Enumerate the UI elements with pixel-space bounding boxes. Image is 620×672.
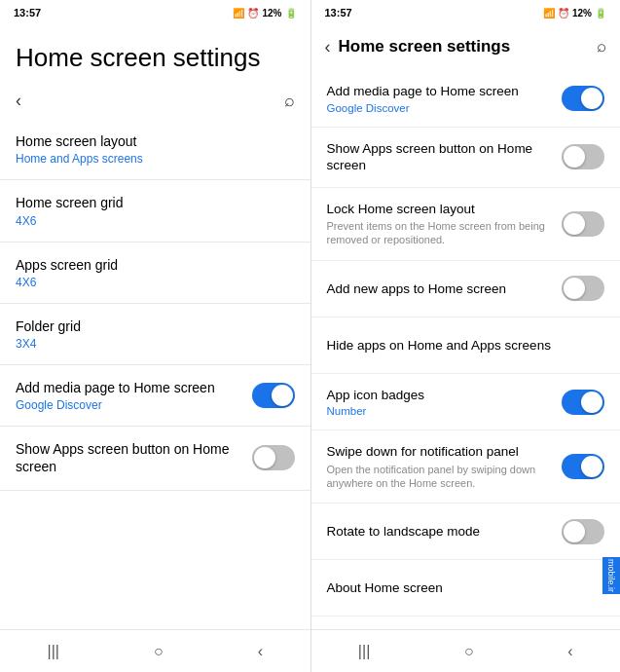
left-item-label-apps-screen-grid: Apps screen grid bbox=[16, 257, 118, 273]
left-item-text-home-screen-layout: Home screen layoutHome and Apps screens bbox=[16, 132, 295, 166]
right-battery: 12% bbox=[572, 8, 592, 19]
right-top-bar: ‹ Home screen settings ⌕ bbox=[311, 23, 621, 70]
right-toggle-r-lock-home[interactable] bbox=[562, 211, 604, 237]
right-item-r-lock-home[interactable]: Lock Home screen layoutPrevent items on … bbox=[311, 188, 621, 261]
left-nav-recent[interactable]: ||| bbox=[28, 635, 79, 668]
right-main-label-r-swipe-down: Swipe down for notification panel bbox=[327, 443, 553, 461]
left-item-label-show-apps-button: Show Apps screen button on Home screen bbox=[16, 441, 229, 474]
right-time: 13:57 bbox=[325, 7, 352, 19]
right-status-icons: 📶 ⏰ 12% 🔋 bbox=[543, 8, 606, 19]
right-item-text-r-rotate-landscape: Rotate to landscape mode bbox=[327, 523, 563, 541]
right-item-text-r-add-new-apps: Add new apps to Home screen bbox=[327, 280, 563, 298]
right-item-r-rotate-landscape[interactable]: Rotate to landscape mode bbox=[311, 504, 621, 560]
left-page-title: Home screen settings bbox=[0, 23, 310, 83]
right-main-label-r-hide-apps: Hide apps on Home and Apps screens bbox=[327, 337, 596, 355]
right-bottom-nav: ||| ○ ‹ bbox=[311, 629, 621, 672]
right-toggle-r-add-media[interactable] bbox=[562, 86, 604, 111]
left-back-icon[interactable]: ‹ bbox=[16, 91, 21, 111]
watermark: mobile.ir bbox=[602, 557, 620, 594]
right-nav-back[interactable]: ‹ bbox=[548, 635, 592, 668]
left-status-icons: 📶 ⏰ 12% 🔋 bbox=[233, 8, 296, 19]
right-panel-title: Home screen settings bbox=[339, 37, 598, 56]
left-item-label-add-media-page: Add media page to Home screen bbox=[16, 380, 215, 395]
left-nav-back[interactable]: ‹ bbox=[238, 635, 282, 668]
right-item-text-r-lock-home: Lock Home screen layoutPrevent items on … bbox=[327, 201, 563, 247]
right-item-r-about-home[interactable]: About Home screen bbox=[311, 560, 621, 616]
right-item-r-add-new-apps[interactable]: Add new apps to Home screen bbox=[311, 261, 621, 317]
left-item-text-apps-screen-grid: Apps screen grid4X6 bbox=[16, 256, 295, 289]
left-item-text-folder-grid: Folder grid3X4 bbox=[16, 317, 295, 351]
right-item-text-r-app-icon-badges: App icon badgesNumber bbox=[327, 387, 563, 418]
right-panel: 13:57 📶 ⏰ 12% 🔋 ‹ Home screen settings ⌕… bbox=[310, 0, 621, 672]
left-item-apps-screen-grid[interactable]: Apps screen grid4X6 bbox=[0, 243, 310, 304]
right-wifi-icon: 📶 bbox=[543, 8, 555, 19]
right-item-text-r-swipe-down: Swipe down for notification panelOpen th… bbox=[327, 443, 563, 490]
left-item-add-media-page[interactable]: Add media page to Home screenGoogle Disc… bbox=[0, 365, 310, 427]
right-settings-list: Add media page to Home screenGoogle Disc… bbox=[311, 70, 621, 629]
left-item-label-home-screen-grid: Home screen grid bbox=[16, 195, 124, 210]
right-sub-label-r-add-media: Google Discover bbox=[327, 102, 553, 114]
right-nav-home[interactable]: ○ bbox=[445, 635, 493, 668]
right-search-icon[interactable]: ⌕ bbox=[597, 37, 606, 56]
right-main-label-r-add-new-apps: Add new apps to Home screen bbox=[327, 280, 553, 298]
left-toggle-add-media-page[interactable] bbox=[252, 383, 295, 408]
right-toggle-r-rotate-landscape[interactable] bbox=[562, 519, 604, 544]
right-toggle-r-show-apps-btn[interactable] bbox=[562, 144, 604, 169]
left-time: 13:57 bbox=[14, 7, 41, 19]
right-item-r-add-media[interactable]: Add media page to Home screenGoogle Disc… bbox=[311, 70, 621, 128]
right-item-r-hide-apps[interactable]: Hide apps on Home and Apps screens bbox=[311, 317, 621, 374]
right-main-label-r-lock-home: Lock Home screen layout bbox=[327, 201, 553, 218]
left-status-bar: 13:57 📶 ⏰ 12% 🔋 bbox=[0, 0, 310, 23]
right-desc-r-lock-home: Prevent items on the Home screen from be… bbox=[327, 219, 553, 247]
left-item-sublabel-home-screen-layout: Home and Apps screens bbox=[16, 152, 295, 166]
left-item-label-home-screen-layout: Home screen layout bbox=[16, 133, 137, 149]
right-main-label-r-app-icon-badges: App icon badges bbox=[327, 387, 553, 404]
left-item-text-home-screen-grid: Home screen grid4X6 bbox=[16, 194, 295, 227]
left-item-show-apps-button[interactable]: Show Apps screen button on Home screen bbox=[0, 427, 310, 490]
left-battery: 12% bbox=[262, 8, 281, 19]
left-item-folder-grid[interactable]: Folder grid3X4 bbox=[0, 304, 310, 365]
right-item-text-r-about-home: About Home screen bbox=[327, 579, 605, 597]
left-nav-top: ‹ ⌕ bbox=[0, 83, 310, 119]
right-item-r-show-apps-btn[interactable]: Show Apps screen button on Home screen bbox=[311, 128, 621, 188]
right-back-icon[interactable]: ‹ bbox=[325, 37, 331, 57]
right-main-label-r-show-apps-btn: Show Apps screen button on Home screen bbox=[327, 140, 553, 174]
right-main-label-r-rotate-landscape: Rotate to landscape mode bbox=[327, 523, 553, 541]
left-alarm-icon: ⏰ bbox=[247, 8, 259, 19]
left-item-sublabel-add-media-page: Google Discover bbox=[16, 398, 252, 412]
right-battery-icon: 🔋 bbox=[595, 8, 606, 19]
right-item-text-r-show-apps-btn: Show Apps screen button on Home screen bbox=[327, 140, 563, 174]
left-item-text-show-apps-button: Show Apps screen button on Home screen bbox=[16, 440, 252, 475]
left-item-home-screen-grid[interactable]: Home screen grid4X6 bbox=[0, 180, 310, 242]
left-item-label-folder-grid: Folder grid bbox=[16, 318, 81, 334]
left-item-sublabel-apps-screen-grid: 4X6 bbox=[16, 276, 295, 289]
right-desc-r-swipe-down: Open the notification panel by swiping d… bbox=[327, 463, 553, 491]
left-search-icon[interactable]: ⌕ bbox=[284, 91, 295, 111]
left-item-text-add-media-page: Add media page to Home screenGoogle Disc… bbox=[16, 379, 252, 412]
right-item-text-r-add-media: Add media page to Home screenGoogle Disc… bbox=[327, 83, 563, 114]
left-panel: 13:57 📶 ⏰ 12% 🔋 Home screen settings ‹ ⌕… bbox=[0, 0, 310, 672]
left-item-home-screen-layout[interactable]: Home screen layoutHome and Apps screens bbox=[0, 119, 310, 180]
right-toggle-r-add-new-apps[interactable] bbox=[562, 276, 604, 301]
left-nav-home[interactable]: ○ bbox=[134, 635, 183, 668]
right-toggle-r-app-icon-badges[interactable] bbox=[562, 390, 604, 415]
right-main-label-r-add-media: Add media page to Home screen bbox=[327, 83, 553, 100]
left-settings-list: Home screen layoutHome and Apps screensH… bbox=[0, 119, 310, 629]
right-item-r-swipe-down[interactable]: Swipe down for notification panelOpen th… bbox=[311, 430, 621, 504]
right-alarm-icon: ⏰ bbox=[558, 8, 569, 19]
left-wifi-icon: 📶 bbox=[233, 8, 244, 19]
left-item-sublabel-folder-grid: 3X4 bbox=[16, 337, 295, 351]
left-bottom-nav: ||| ○ ‹ bbox=[0, 629, 310, 672]
left-battery-icon: 🔋 bbox=[285, 8, 297, 19]
right-main-label-r-about-home: About Home screen bbox=[327, 579, 596, 597]
right-item-text-r-hide-apps: Hide apps on Home and Apps screens bbox=[327, 337, 605, 355]
right-status-bar: 13:57 📶 ⏰ 12% 🔋 bbox=[311, 0, 621, 23]
right-sub-label-r-app-icon-badges: Number bbox=[327, 405, 553, 417]
right-nav-recent[interactable]: ||| bbox=[339, 635, 389, 668]
left-toggle-show-apps-button[interactable] bbox=[252, 445, 295, 470]
right-item-r-app-icon-badges[interactable]: App icon badgesNumber bbox=[311, 374, 621, 431]
left-item-sublabel-home-screen-grid: 4X6 bbox=[16, 214, 295, 228]
right-toggle-r-swipe-down[interactable] bbox=[562, 454, 604, 479]
